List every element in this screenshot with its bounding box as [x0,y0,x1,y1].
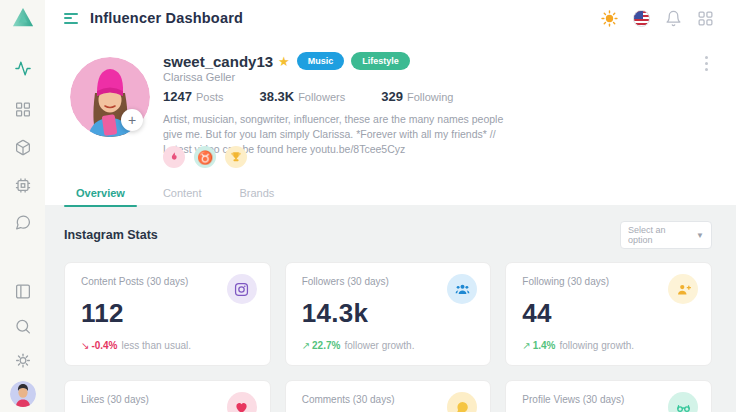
sidebar-item-packages[interactable] [14,139,31,156]
card-likes: Likes (30 days) [64,380,271,412]
heart-icon [227,392,257,412]
dropdown-value: Select an option [628,225,690,245]
card-following: Following (30 days) 44 ↗1.4%following gr… [505,262,712,366]
sidebar-item-integrations[interactable] [14,177,31,194]
profile-tabs: Overview Content Brands [64,183,286,207]
header-actions [601,10,714,27]
category-badge-music[interactable]: Music [297,52,345,70]
person-add-icon [668,274,698,304]
theme-sun-icon[interactable] [601,10,618,27]
sidebar-item-dashboard[interactable] [14,101,31,118]
section-title: Instagram Stats [64,228,158,242]
app-logo-icon [12,7,34,27]
content-posts-value: 112 [81,298,254,329]
sidebar-item-panels[interactable] [14,283,31,300]
profile-stats: 1247Posts 38.3KFollowers 329Following [163,89,453,104]
taurus-icon: ♉ [194,146,216,168]
tab-brands[interactable]: Brands [227,183,286,207]
page-title: Influencer Dashboard [90,10,243,26]
sidebar [0,0,45,412]
followers-count: 38.3KFollowers [259,89,345,104]
apps-grid-icon[interactable] [697,10,714,27]
language-flag-icon[interactable] [633,10,650,27]
chevron-down-icon: ▼ [696,231,704,240]
instagram-icon [227,274,257,304]
avatar-add-button[interactable]: + [121,109,143,131]
flame-icon [163,146,185,168]
menu-toggle-icon[interactable] [64,13,78,24]
followers-value: 14.3k [302,298,475,329]
influencer-dashboard-app: Influencer Dashboard [0,0,736,412]
profile-card: + sweet_candy13 ★ Music Lifestyle Claris… [45,36,736,205]
profile-fullname: Clarissa Geller [163,71,235,83]
instagram-stats-section: Instagram Stats Select an option ▼ Conte… [45,205,736,412]
top-bar: Influencer Dashboard [45,0,736,36]
interest-badges: ♉ [163,146,247,168]
star-icon: ★ [278,54,290,69]
card-followers: Followers (30 days) 14.3k ↗22.7%follower… [285,262,492,366]
stat-cards-grid: Content Posts (30 days) 112 ↘-0.4%less t… [64,262,712,412]
search-icon[interactable] [14,318,31,335]
following-count: 329Following [381,89,453,104]
notifications-bell-icon[interactable] [665,10,682,27]
settings-gear-icon[interactable] [14,352,31,369]
posts-count: 1247Posts [163,89,223,104]
profile-options-menu[interactable] [703,54,710,73]
sidebar-item-activity[interactable] [14,60,31,77]
card-content-posts: Content Posts (30 days) 112 ↘-0.4%less t… [64,262,271,366]
card-comments: Comments (30 days) [285,380,492,412]
tab-content[interactable]: Content [151,183,214,207]
category-badge-lifestyle[interactable]: Lifestyle [351,52,410,70]
trophy-icon [225,146,247,168]
stats-select-dropdown[interactable]: Select an option ▼ [620,221,712,249]
content-posts-trend: ↘-0.4%less than usual. [81,340,254,351]
tab-overview[interactable]: Overview [64,183,137,207]
profile-username: sweet_candy13 [163,53,273,70]
card-profile-views: Profile Views (30 days) [505,380,712,412]
following-trend: ↗1.4%following growth. [522,340,695,351]
sidebar-item-messages[interactable] [14,214,31,231]
user-avatar[interactable] [10,381,36,407]
following-value: 44 [522,298,695,329]
followers-trend: ↗22.7%follower growth. [302,340,475,351]
